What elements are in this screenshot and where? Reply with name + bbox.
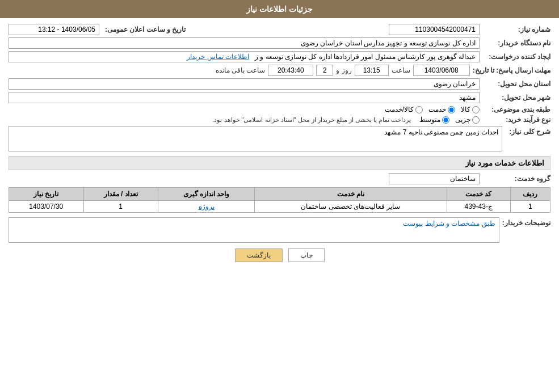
cell-row: 1: [510, 201, 550, 213]
print-button[interactable]: چاپ: [288, 248, 325, 262]
city-value: مشهد: [9, 92, 480, 103]
need-number-value: 1103004542000471: [389, 24, 480, 35]
service-group-row: گروه خدمت: ساختمان: [9, 173, 550, 184]
cell-name: سایر فعالیت‌های تخصصی ساختمان: [255, 201, 447, 213]
col-code: کد خدمت: [447, 188, 510, 201]
description-area: شرح کلی نیاز: احداث زمین چمن مصنوعی ناحی…: [9, 126, 550, 151]
buttons-row: چاپ بازگشت: [9, 248, 550, 262]
col-row: ردیف: [510, 188, 550, 201]
cell-quantity: 1: [83, 201, 158, 213]
page-title: جزئیات اطلاعات نیاز: [246, 5, 313, 14]
page-header: جزئیات اطلاعات نیاز: [0, 0, 559, 18]
motovaset-label: متوسط: [419, 116, 440, 124]
purchase-type-row: نوع فرآیند خرید: جزیی متوسط پرداخت تمام …: [9, 116, 550, 124]
buyer-desc-text: طبق مشخصات و شرایط پیوست: [12, 220, 495, 227]
service-group-label: گروه خدمت:: [482, 175, 550, 183]
table-row: 1 ج-43-439 سایر فعالیت‌های تخصصی ساختمان…: [9, 201, 550, 213]
announce-date-label: تاریخ و ساعت اعلان عمومی:: [105, 26, 186, 33]
buyer-label: نام دستگاه خریدار:: [482, 39, 550, 47]
need-number-label: شماره نیاز:: [482, 26, 550, 33]
deadline-date-value: 1403/06/08: [413, 65, 470, 76]
cell-unit[interactable]: پروژه: [158, 201, 254, 213]
city-label: شهر محل تحویل:: [482, 94, 550, 102]
city-row: شهر محل تحویل: مشهد: [9, 92, 550, 103]
purchase-type-label: نوع فرآیند خرید:: [482, 116, 550, 124]
province-value: خراسان رضوی: [9, 78, 480, 90]
cell-code: ج-43-439: [447, 201, 510, 213]
services-section-title: اطلاعات خدمات مورد نیاز: [9, 156, 550, 170]
remaining-day-label: روز و: [336, 66, 351, 74]
category-option-both[interactable]: کالا/خدمت: [385, 106, 423, 113]
category-option-kala[interactable]: کالا: [461, 106, 480, 113]
category-khedmat-label: خدمت: [428, 106, 446, 113]
requester-label: ایجاد کننده درخواست:: [482, 53, 550, 61]
description-label: شرح کلی نیاز:: [505, 126, 550, 136]
buyer-value: اداره کل نوسازی توسعه و تجهیز مدارس استا…: [9, 37, 480, 49]
buyer-desc-area: توضیحات خریدار: طبق مشخصات و شرایط پیوست: [9, 217, 550, 243]
category-option-khedmat[interactable]: خدمت: [428, 106, 455, 113]
purchase-type-motovaset[interactable]: متوسط: [419, 116, 449, 124]
col-date: تاریخ نیاز: [9, 188, 84, 201]
deadline-label: مهلت ارسال پاسخ: تا تاریخ:: [473, 66, 550, 74]
services-table: ردیف کد خدمت نام خدمت واحد اندازه گیری ت…: [9, 187, 550, 213]
announce-date-value: 1403/06/05 - 13:12: [9, 24, 99, 35]
buyer-desc-value: طبق مشخصات و شرایط پیوست: [9, 217, 499, 243]
category-radio-group: کالا خدمت کالا/خدمت: [385, 106, 480, 113]
remaining-day-value: 2: [316, 65, 333, 76]
description-value: احداث زمین چمن مصنوعی ناحیه 7 مشهد: [9, 126, 502, 151]
deadline-time-label: ساعت: [392, 66, 410, 74]
requester-value: عبداله گوهری پور کارشناس مسئول امور قرار…: [9, 51, 480, 62]
category-row: طبقه بندی موضوعی: کالا خدمت کالا/خدمت: [9, 106, 550, 113]
category-kala-label: کالا: [461, 106, 470, 113]
category-both-label: کالا/خدمت: [385, 106, 414, 113]
service-group-value: ساختمان: [389, 173, 480, 184]
purchase-type-jozi[interactable]: جزیی: [455, 116, 480, 124]
remaining-time-value: 20:43:40: [268, 65, 313, 76]
province-label: استان محل تحویل:: [482, 80, 550, 88]
col-quantity: تعداد / مقدار: [83, 188, 158, 201]
cell-date: 1403/07/30: [9, 201, 84, 213]
need-number-row: شماره نیاز: 1103004542000471 تاریخ و ساع…: [9, 24, 550, 35]
jozi-label: جزیی: [455, 116, 470, 124]
province-row: استان محل تحویل: خراسان رضوی: [9, 78, 550, 90]
purchase-type-note: پرداخت تمام یا بخشی از مبلغ خریدار از مح…: [212, 116, 411, 124]
purchase-type-radio-group: جزیی متوسط: [419, 116, 480, 124]
requester-row: ایجاد کننده درخواست: عبداله گوهری پور کا…: [9, 51, 550, 62]
buyer-row: نام دستگاه خریدار: اداره کل نوسازی توسعه…: [9, 37, 550, 49]
col-name: نام خدمت: [255, 188, 447, 201]
buyer-desc-label: توضیحات خریدار:: [502, 217, 550, 227]
deadline-row: مهلت ارسال پاسخ: تا تاریخ: 1403/06/08 سا…: [9, 65, 550, 76]
category-label: طبقه بندی موضوعی:: [482, 106, 550, 113]
col-unit: واحد اندازه گیری: [158, 188, 254, 201]
requester-text: عبداله گوهری پور کارشناس مسئول امور قرار…: [255, 53, 476, 61]
requester-contact-link[interactable]: اطلاعات تماس خریدار: [187, 53, 249, 61]
deadline-time-value: 13:15: [355, 65, 389, 76]
remaining-time-label: ساعت باقی مانده: [216, 66, 266, 74]
back-button[interactable]: بازگشت: [235, 248, 283, 262]
